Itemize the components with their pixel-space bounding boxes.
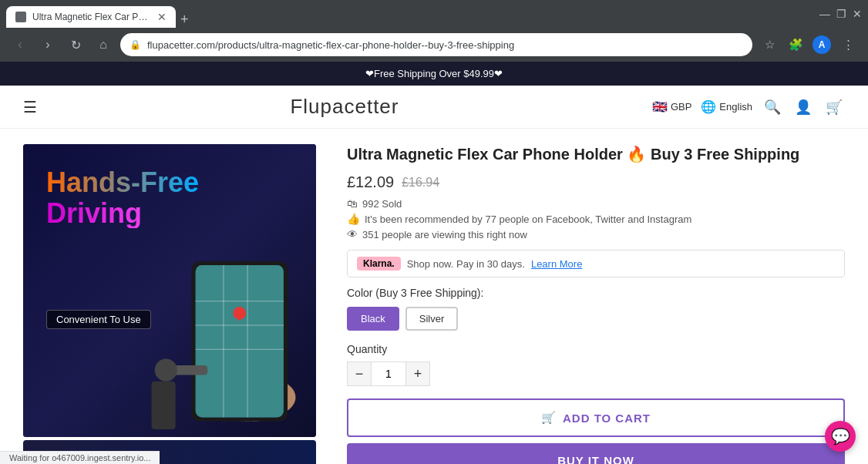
minimize-button[interactable]: —: [819, 8, 830, 20]
globe-icon: 🌐: [701, 99, 716, 114]
currency-selector[interactable]: 🇬🇧 GBP: [652, 99, 691, 114]
window-controls: — ❐ ✕: [819, 8, 862, 20]
account-icon[interactable]: 👤: [792, 96, 814, 118]
cart-button-icon: 🛒: [541, 411, 557, 425]
thumbs-up-icon: 👍: [347, 213, 360, 225]
language-label: English: [719, 101, 752, 113]
eye-icon: 👁: [347, 228, 358, 240]
svg-rect-4: [196, 265, 284, 417]
chat-bubble[interactable]: 💬: [825, 421, 856, 452]
color-label: Color (Buy 3 Free Shipping):: [347, 287, 845, 299]
status-bar: Waiting for o467009.ingest.sentry.io...: [0, 451, 160, 464]
browser-chrome: Ultra Magnetic Flex Car Phone ✕ + — ❐ ✕: [0, 0, 868, 28]
active-tab[interactable]: Ultra Magnetic Flex Car Phone ✕: [6, 6, 176, 28]
tab-title: Ultra Magnetic Flex Car Phone: [32, 12, 151, 22]
klarna-badge: Klarna.: [357, 257, 401, 271]
profile-icon[interactable]: A: [811, 34, 833, 55]
browser-nav: ‹ › ↻ ⌂ 🔒 flupacetter.com/products/ultra…: [0, 28, 868, 62]
announcement-text: ❤Free Shipping Over $49.99❤: [365, 68, 503, 79]
home-button[interactable]: ⌂: [93, 34, 114, 55]
klarna-row: Klarna. Shop now. Pay in 30 days. Learn …: [347, 250, 845, 277]
svg-rect-14: [152, 382, 176, 429]
cart-icon[interactable]: 🛒: [823, 96, 845, 118]
klarna-text: Shop now. Pay in 30 days.: [407, 258, 525, 270]
tab-close-icon[interactable]: ✕: [157, 11, 167, 23]
bookmark-icon[interactable]: ☆: [759, 34, 780, 55]
avatar: A: [812, 35, 831, 54]
site-header: ☰ Flupacetter 🇬🇧 GBP 🌐 English 🔍 👤 🛒: [0, 86, 868, 129]
image-placeholder: Hands-Free Driving Convenient To Use: [23, 144, 316, 437]
viewing-text: 351 people are viewing this right now: [362, 229, 527, 240]
more-options-icon[interactable]: ⋮: [837, 34, 859, 55]
forward-button[interactable]: ›: [37, 34, 59, 55]
product-title: Ultra Magnetic Flex Car Phone Holder 🔥 B…: [347, 144, 845, 164]
price-row: £12.09 £16.94: [347, 173, 845, 191]
status-text: Waiting for o467009.ingest.sentry.io...: [9, 453, 150, 462]
main-product-image[interactable]: Hands-Free Driving Convenient To Use: [23, 144, 316, 437]
maximize-button[interactable]: ❐: [836, 8, 846, 20]
language-selector[interactable]: 🌐 English: [701, 99, 752, 114]
announcement-bar: ❤Free Shipping Over $49.99❤: [0, 62, 868, 86]
url-text: flupacetter.com/products/ultra-magnetic-…: [147, 39, 743, 51]
headline-line1: Hands-Free: [46, 167, 199, 198]
quantity-decrease-button[interactable]: −: [347, 361, 372, 386]
header-right: 🇬🇧 GBP 🌐 English 🔍 👤 🛒: [652, 96, 845, 118]
reload-button[interactable]: ↻: [65, 34, 86, 55]
browser-tabs: Ultra Magnetic Flex Car Phone ✕ +: [6, 0, 193, 28]
price-current: £12.09: [347, 173, 394, 191]
recommended-row: 👍 It's been recommended by 77 people on …: [347, 213, 845, 225]
sold-count: 992 Sold: [362, 198, 402, 210]
search-icon[interactable]: 🔍: [762, 96, 783, 118]
image-headline: Hands-Free Driving: [46, 167, 199, 228]
product-images: Hands-Free Driving Convenient To Use: [23, 144, 316, 464]
svg-point-13: [155, 359, 177, 382]
new-tab-button[interactable]: +: [176, 12, 193, 28]
recommended-text: It's been recommended by 77 people on Fa…: [365, 214, 691, 225]
quantity-label: Quantity: [347, 343, 845, 355]
viewing-row: 👁 351 people are viewing this right now: [347, 228, 845, 240]
add-to-cart-label: ADD TO CART: [563, 412, 651, 425]
back-button[interactable]: ‹: [9, 34, 31, 55]
add-to-cart-button[interactable]: 🛒 ADD TO CART: [347, 398, 845, 437]
site-logo[interactable]: Flupacetter: [290, 95, 399, 119]
chat-icon: 💬: [831, 427, 850, 446]
close-button[interactable]: ✕: [853, 8, 862, 20]
sold-count-row: 🛍 992 Sold: [347, 197, 845, 210]
price-original: £16.94: [402, 176, 439, 190]
quantity-increase-button[interactable]: +: [405, 361, 430, 386]
flag-icon: 🇬🇧: [652, 99, 668, 114]
buy-now-button[interactable]: BUY IT NOW: [347, 443, 845, 464]
nav-icons: ☆ 🧩 A ⋮: [759, 34, 859, 55]
sold-icon: 🛍: [347, 197, 358, 210]
extensions-icon[interactable]: 🧩: [785, 34, 806, 55]
buy-now-label: BUY IT NOW: [557, 454, 634, 464]
klarna-learn-more-link[interactable]: Learn More: [531, 258, 582, 270]
color-options: Black Silver: [347, 307, 845, 331]
menu-icon[interactable]: ☰: [23, 98, 37, 116]
color-black-button[interactable]: Black: [347, 307, 399, 331]
address-bar[interactable]: 🔒 flupacetter.com/products/ultra-magneti…: [120, 33, 752, 56]
quantity-row: − 1 +: [347, 361, 845, 386]
product-info: Ultra Magnetic Flex Car Phone Holder 🔥 B…: [347, 144, 845, 464]
color-silver-button[interactable]: Silver: [405, 307, 459, 331]
convenient-badge: Convenient To Use: [46, 310, 151, 329]
currency-label: GBP: [671, 101, 691, 113]
product-svg: [139, 221, 308, 429]
main-content: Hands-Free Driving Convenient To Use: [0, 129, 868, 464]
lock-icon: 🔒: [130, 39, 141, 50]
tab-favicon: [15, 12, 26, 22]
quantity-display: 1: [372, 361, 405, 386]
